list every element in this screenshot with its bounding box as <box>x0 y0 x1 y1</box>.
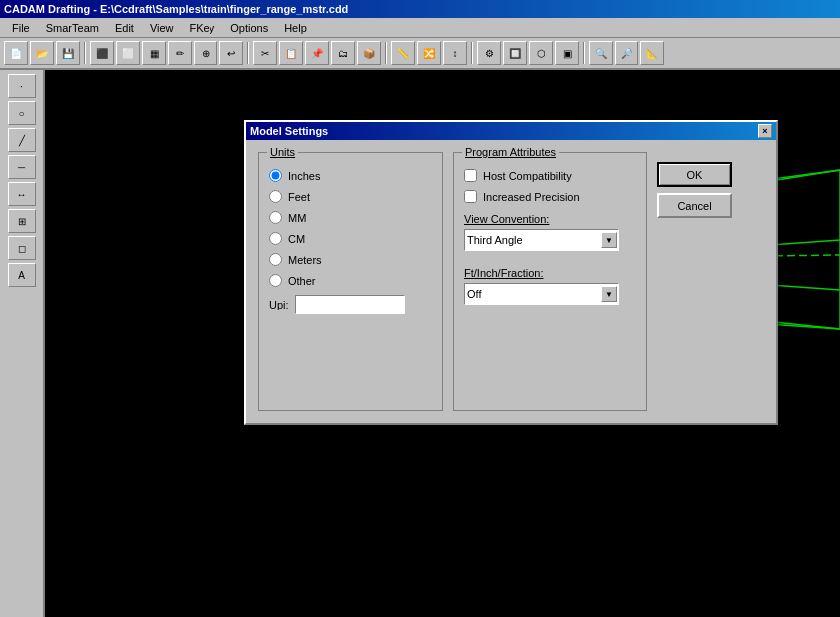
sidebar-btn-point[interactable]: · <box>8 74 36 98</box>
toolbar-btn20[interactable]: 🔎 <box>615 41 638 65</box>
toolbar-save[interactable]: 💾 <box>56 41 80 65</box>
toolbar-btn21[interactable]: 📐 <box>640 41 664 65</box>
sidebar-btn-erase[interactable]: ◻ <box>8 236 36 260</box>
title-bar: CADAM Drafting - E:\Ccdraft\Samples\trai… <box>0 0 840 18</box>
radio-inches-label[interactable]: Inches <box>288 170 320 182</box>
toolbar-sep5 <box>583 42 585 64</box>
radio-other-label[interactable]: Other <box>288 275 316 287</box>
left-sidebar: · ○ ╱ ─ ↔ ⊞ ◻ A <box>0 70 45 617</box>
toolbar-btn8[interactable]: 📋 <box>279 41 303 65</box>
toolbar-btn6[interactable]: ↩ <box>219 41 243 65</box>
sidebar-btn-dim[interactable]: ↔ <box>8 182 36 206</box>
host-compat-row: Host Compatibility <box>464 169 636 182</box>
radio-meters[interactable] <box>269 253 282 266</box>
toolbar-btn12[interactable]: 📏 <box>391 41 415 65</box>
toolbar-new[interactable]: 📄 <box>4 41 28 65</box>
ft-inch-select-wrapper: Off On ▼ <box>464 283 619 305</box>
radio-inches-row: Inches <box>269 169 432 182</box>
units-group-label: Units <box>267 146 298 158</box>
view-convention-select[interactable]: Third Angle First Angle <box>464 229 619 251</box>
radio-cm-label[interactable]: CM <box>288 233 305 245</box>
menu-bar: File SmarTeam Edit View FKey Options Hel… <box>0 18 840 38</box>
toolbar-btn13[interactable]: 🔀 <box>417 41 441 65</box>
toolbar-btn2[interactable]: ⬜ <box>116 41 140 65</box>
prog-attr-group: Program Attributes Host Compatibility In… <box>453 152 647 411</box>
sidebar-btn-line[interactable]: ╱ <box>8 128 36 152</box>
increased-prec-checkbox[interactable] <box>464 190 477 203</box>
menu-fkey[interactable]: FKey <box>182 20 223 36</box>
sidebar-btn-circle[interactable]: ○ <box>8 101 36 125</box>
toolbar-btn10[interactable]: 🗂 <box>331 41 355 65</box>
ft-inch-dropdown-row: Off On ▼ <box>464 283 636 305</box>
dialog-body: Units Inches Feet MM C <box>246 140 776 423</box>
radio-feet[interactable] <box>269 190 282 203</box>
menu-smarteam[interactable]: SmarTeam <box>38 20 107 36</box>
dialog-buttons: OK Cancel <box>657 152 732 411</box>
model-settings-dialog: Model Settings × Units Inches Feet <box>244 120 778 425</box>
increased-prec-label[interactable]: Increased Precision <box>483 191 580 203</box>
menu-file[interactable]: File <box>4 20 38 36</box>
view-convention-section: View Convention: Third Angle First Angle… <box>464 213 636 251</box>
radio-mm[interactable] <box>269 211 282 224</box>
toolbar-btn16[interactable]: 🔲 <box>503 41 527 65</box>
ft-inch-label: Ft/Inch/Fraction: <box>464 267 636 279</box>
radio-meters-label[interactable]: Meters <box>288 254 322 266</box>
radio-mm-label[interactable]: MM <box>288 212 306 224</box>
sidebar-btn-hline[interactable]: ─ <box>8 155 36 179</box>
main-area: · ○ ╱ ─ ↔ ⊞ ◻ A <box>0 70 840 617</box>
host-compat-label[interactable]: Host Compatibility <box>483 170 572 182</box>
toolbar-sep4 <box>471 42 473 64</box>
cad-canvas: Model Settings × Units Inches Feet <box>45 70 840 617</box>
dialog-title: Model Settings <box>250 125 328 137</box>
dialog-close-button[interactable]: × <box>758 124 772 138</box>
toolbar-btn17[interactable]: ⬡ <box>529 41 553 65</box>
ok-button[interactable]: OK <box>657 162 732 187</box>
menu-options[interactable]: Options <box>222 20 276 36</box>
toolbar-btn18[interactable]: ▣ <box>555 41 579 65</box>
prog-attr-label: Program Attributes <box>462 146 559 158</box>
upi-input[interactable] <box>295 295 405 314</box>
units-group: Units Inches Feet MM C <box>258 152 443 411</box>
toolbar-btn4[interactable]: ✏ <box>168 41 192 65</box>
toolbar-btn3[interactable]: ▦ <box>142 41 166 65</box>
toolbar-btn9[interactable]: 📌 <box>305 41 329 65</box>
view-convention-select-wrapper: Third Angle First Angle ▼ <box>464 229 619 251</box>
menu-edit[interactable]: Edit <box>107 20 142 36</box>
toolbar-open[interactable]: 📂 <box>30 41 54 65</box>
menu-view[interactable]: View <box>142 20 182 36</box>
increased-prec-row: Increased Precision <box>464 190 636 203</box>
radio-cm[interactable] <box>269 232 282 245</box>
upi-label: Upi: <box>269 299 289 310</box>
radio-feet-row: Feet <box>269 190 432 203</box>
title-bar-text: CADAM Drafting - E:\Ccdraft\Samples\trai… <box>4 3 348 15</box>
radio-mm-row: MM <box>269 211 432 224</box>
toolbar-sep1 <box>84 42 86 64</box>
ft-inch-select[interactable]: Off On <box>464 283 619 305</box>
radio-feet-label[interactable]: Feet <box>288 191 310 203</box>
toolbar-btn19[interactable]: 🔍 <box>589 41 613 65</box>
toolbar-btn14[interactable]: ↕ <box>443 41 467 65</box>
toolbar-sep3 <box>385 42 387 64</box>
radio-other[interactable] <box>269 274 282 287</box>
toolbar-btn1[interactable]: ⬛ <box>90 41 114 65</box>
toolbar-btn5[interactable]: ⊕ <box>194 41 217 65</box>
radio-meters-row: Meters <box>269 253 432 266</box>
toolbar-btn15[interactable]: ⚙ <box>477 41 501 65</box>
radio-cm-row: CM <box>269 232 432 245</box>
view-convention-dropdown-row: Third Angle First Angle ▼ <box>464 229 636 251</box>
ft-inch-section: Ft/Inch/Fraction: Off On ▼ <box>464 267 636 305</box>
view-convention-label: View Convention: <box>464 213 636 225</box>
toolbar-sep2 <box>247 42 249 64</box>
toolbar-btn11[interactable]: 📦 <box>357 41 381 65</box>
host-compat-checkbox[interactable] <box>464 169 477 182</box>
radio-inches[interactable] <box>269 169 282 182</box>
cancel-button[interactable]: Cancel <box>657 193 732 218</box>
upi-row: Upi: <box>269 295 432 314</box>
radio-other-row: Other <box>269 274 432 287</box>
toolbar-btn7[interactable]: ✂ <box>253 41 277 65</box>
menu-help[interactable]: Help <box>276 20 315 36</box>
sidebar-btn-grid[interactable]: ⊞ <box>8 209 36 233</box>
dialog-titlebar[interactable]: Model Settings × <box>246 122 776 140</box>
toolbar: 📄 📂 💾 ⬛ ⬜ ▦ ✏ ⊕ ↩ ✂ 📋 📌 🗂 📦 📏 🔀 ↕ ⚙ 🔲 ⬡ … <box>0 38 840 70</box>
sidebar-btn-text[interactable]: A <box>8 263 36 287</box>
